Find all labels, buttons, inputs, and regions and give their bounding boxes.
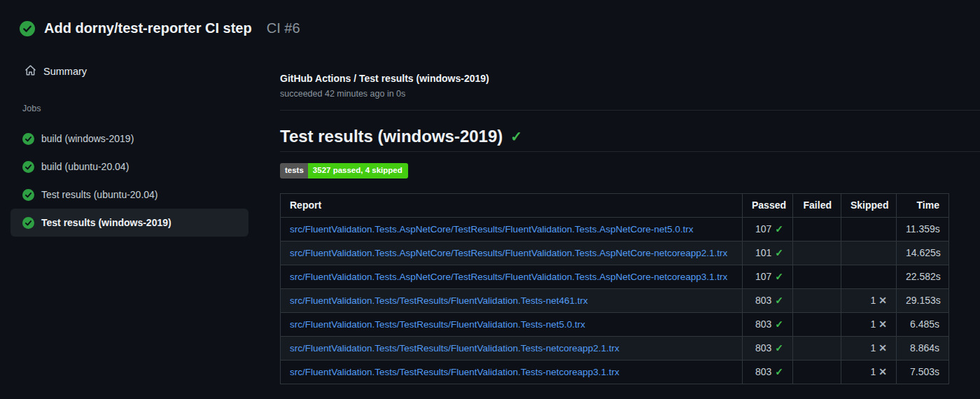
check-icon: ✓ [775, 318, 783, 330]
check-circle-icon [22, 189, 34, 201]
check-icon: ✓ [775, 247, 783, 258]
table-row: src/FluentValidation.Tests/TestResults/F… [281, 288, 949, 312]
report-link[interactable]: src/FluentValidation.Tests/TestResults/F… [290, 319, 585, 330]
check-circle-icon [22, 133, 34, 145]
passed-count: 803 [755, 318, 771, 330]
passed-count: 803 [755, 342, 771, 354]
table-row: src/FluentValidation.Tests/TestResults/F… [281, 336, 949, 360]
tests-badge-label: tests [280, 163, 308, 178]
column-header-passed: Passed [743, 193, 793, 217]
column-header-failed: Failed [793, 193, 841, 217]
passed-count: 107 [755, 271, 771, 282]
time-value: 22.582s [897, 265, 949, 288]
report-link[interactable]: src/FluentValidation.Tests/TestResults/F… [290, 367, 620, 377]
time-value: 7.503s [897, 360, 949, 384]
table-row: src/FluentValidation.Tests.AspNetCore/Te… [281, 265, 949, 288]
skipped-count: 1 [870, 295, 876, 306]
failed-count [793, 360, 841, 384]
content-columns: Summary Jobs build (windows-2019) build … [0, 56, 980, 384]
passed-count: 803 [755, 366, 771, 377]
tests-badge: tests 3527 passed, 4 skipped [280, 163, 408, 178]
sidebar: Summary Jobs build (windows-2019) build … [0, 56, 280, 237]
cross-icon: ✕ [878, 295, 887, 306]
time-value: 6.485s [897, 312, 949, 336]
check-icon: ✓ [775, 271, 783, 282]
table-header-row: Report Passed Failed Skipped Time [281, 193, 949, 217]
run-number: CI #6 [267, 20, 300, 36]
failed-count [793, 217, 841, 241]
check-icon: ✓ [510, 128, 522, 145]
check-icon: ✓ [775, 223, 783, 234]
table-row: src/FluentValidation.Tests/TestResults/F… [281, 312, 949, 336]
main-content: GitHub Actions / Test results (windows-2… [280, 56, 980, 384]
table-row: src/FluentValidation.Tests.AspNetCore/Te… [281, 217, 949, 241]
failed-count [793, 265, 841, 288]
passed-count: 803 [755, 295, 771, 306]
check-circle-icon [22, 217, 34, 229]
table-row: src/FluentValidation.Tests.AspNetCore/Te… [281, 241, 949, 265]
check-circle-icon [20, 21, 35, 36]
time-value: 11.359s [897, 217, 949, 241]
sidebar-item-summary[interactable]: Summary [10, 56, 248, 87]
cross-icon: ✕ [878, 366, 887, 377]
column-header-report: Report [281, 193, 743, 217]
skipped-count: 1 [870, 366, 876, 377]
job-item-label: Test results (windows-2019) [41, 217, 172, 228]
passed-count: 101 [755, 247, 771, 258]
job-header-subtitle: succeeded 42 minutes ago in 0s [280, 89, 980, 99]
test-results-table: Report Passed Failed Skipped Time src/Fl… [280, 193, 949, 384]
time-value: 29.153s [897, 288, 949, 312]
sidebar-summary-label: Summary [43, 66, 87, 77]
sidebar-item-test-results-ubuntu[interactable]: Test results (ubuntu-20.04) [10, 181, 248, 209]
job-list: build (windows-2019) build (ubuntu-20.04… [10, 125, 248, 237]
run-header: Add dorny/test-reporter CI step CI #6 [0, 0, 980, 36]
home-icon [24, 64, 36, 78]
report-link[interactable]: src/FluentValidation.Tests.AspNetCore/Te… [290, 248, 727, 258]
failed-count [793, 336, 841, 360]
report-link[interactable]: src/FluentValidation.Tests.AspNetCore/Te… [290, 272, 727, 282]
job-header-title: GitHub Actions / Test results (windows-2… [280, 73, 980, 84]
report-link[interactable]: src/FluentValidation.Tests.AspNetCore/Te… [290, 224, 694, 234]
cross-icon: ✕ [878, 342, 887, 354]
sidebar-item-test-results-windows[interactable]: Test results (windows-2019) [10, 209, 248, 237]
time-value: 14.625s [897, 241, 949, 265]
jobs-section-label: Jobs [22, 104, 248, 113]
check-icon: ✓ [775, 295, 783, 306]
report-section-heading: Test results (windows-2019) ✓ [280, 127, 980, 152]
column-header-time: Time [897, 193, 949, 217]
sidebar-item-build-windows[interactable]: build (windows-2019) [10, 125, 248, 153]
job-item-label: build (windows-2019) [41, 133, 134, 144]
skipped-count: 1 [870, 318, 876, 330]
table-row: src/FluentValidation.Tests/TestResults/F… [281, 360, 949, 384]
time-value: 8.864s [897, 336, 949, 360]
sidebar-item-build-ubuntu[interactable]: build (ubuntu-20.04) [10, 153, 248, 181]
check-circle-icon [22, 161, 34, 173]
run-title: Add dorny/test-reporter CI step [44, 20, 252, 36]
failed-count [793, 288, 841, 312]
cross-icon: ✕ [878, 318, 887, 330]
job-header: GitHub Actions / Test results (windows-2… [280, 56, 980, 111]
job-item-label: build (ubuntu-20.04) [41, 161, 129, 172]
failed-count [793, 241, 841, 265]
check-icon: ✓ [775, 366, 783, 377]
check-icon: ✓ [775, 342, 783, 354]
job-item-label: Test results (ubuntu-20.04) [41, 189, 158, 200]
report-heading-text: Test results (windows-2019) [280, 127, 503, 146]
tests-badge-value: 3527 passed, 4 skipped [308, 163, 408, 178]
column-header-skipped: Skipped [841, 193, 897, 217]
report-link[interactable]: src/FluentValidation.Tests/TestResults/F… [290, 343, 620, 354]
passed-count: 107 [755, 223, 771, 234]
skipped-count: 1 [870, 342, 876, 354]
failed-count [793, 312, 841, 336]
report-link[interactable]: src/FluentValidation.Tests/TestResults/F… [290, 295, 588, 306]
